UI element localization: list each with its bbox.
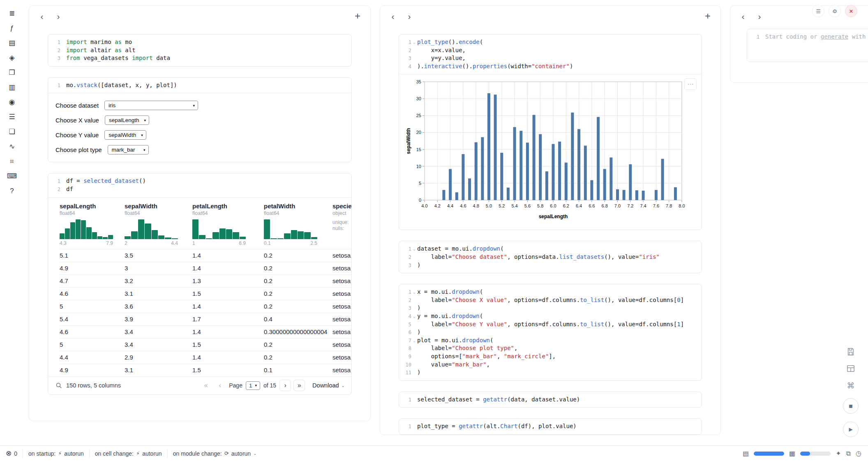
chart-menu-button[interactable]: ⋯	[684, 78, 697, 90]
column-header[interactable]: petalWidthfloat640.12.5	[264, 203, 332, 249]
table-row[interactable]: 4.73.21.30.2setosa	[60, 274, 351, 287]
xy-plot-dropdowns-cell[interactable]: 1⌄x = mo.ui.dropdown(2 label="Choose X v…	[399, 284, 702, 381]
code-line[interactable]: 1df = selected_dataset()	[51, 177, 351, 185]
code-line[interactable]: 9 options=["mark_bar", "mark_circle"],	[402, 353, 702, 361]
table-row[interactable]: 5.13.51.40.2setosa	[60, 249, 351, 262]
plot-expression-cell[interactable]: 1⌄plot_type().encode(2 x=x.value,3 y=y.v…	[399, 34, 702, 230]
on-cell-change-setting[interactable]: on cell change: ⚡ autorun	[95, 450, 162, 457]
fold-chevron-icon[interactable]: ⌄	[411, 245, 417, 253]
code-line[interactable]: 1selected_dataset = getattr(data, datase…	[402, 396, 702, 404]
plot-type-cell[interactable]: 1plot_type = getattr(alt.Chart(df), plot…	[399, 418, 702, 435]
datasources-icon[interactable]: ▤	[7, 38, 18, 48]
code-line[interactable]: 3from vega_datasets import data	[51, 54, 351, 62]
next-page-button[interactable]: ›	[279, 380, 291, 391]
vstack-cell[interactable]: 1mo.vstack([dataset, x, y, plot]) Choose…	[48, 77, 352, 163]
error-count-badge[interactable]: ⊗ 0	[6, 449, 17, 458]
table-row[interactable]: 53.41.50.2setosa	[60, 338, 351, 351]
packages-icon[interactable]: ❒	[7, 67, 18, 78]
first-page-button[interactable]: «	[200, 380, 212, 391]
table-row[interactable]: 4.931.40.2setosa	[60, 262, 351, 274]
column-forward-button[interactable]: ›	[52, 10, 65, 22]
code-line[interactable]: 11)	[402, 369, 702, 377]
files-icon[interactable]: ❏	[7, 127, 18, 137]
code-line[interactable]: 3 y=y.value,	[402, 54, 702, 62]
code-line[interactable]: 1⌄dataset = mo.ui.dropdown(	[402, 245, 702, 253]
code-editor[interactable]: 1selected_dataset = getattr(data, datase…	[399, 392, 702, 408]
column-back-button[interactable]: ‹	[387, 10, 399, 22]
code-line[interactable]: 2import altair as alt	[51, 46, 351, 55]
functions-icon[interactable]: ƒ	[7, 23, 18, 33]
column-header[interactable]: sepalLengthfloat644.37.9	[60, 203, 125, 249]
fold-chevron-icon[interactable]: ⌄	[411, 337, 417, 345]
documentation-icon[interactable]: ▥	[7, 82, 18, 92]
table-row[interactable]: 4.42.91.40.2setosa	[60, 351, 351, 364]
altair-chart[interactable]: 4.04.24.44.64.85.05.25.45.65.86.06.26.46…	[405, 78, 697, 225]
code-editor[interactable]: 1⌄plot_type().encode(2 x=x.value,3 y=y.v…	[399, 35, 702, 74]
table-row[interactable]: 5.43.91.70.4setosa	[60, 313, 351, 325]
code-line[interactable]: 6)	[402, 328, 702, 337]
tracing-icon[interactable]: ∿	[7, 141, 18, 152]
download-button[interactable]: Download⌄	[312, 382, 345, 389]
on-startup-setting[interactable]: on startup: ⚡ autorun	[28, 450, 84, 457]
column-back-button[interactable]: ‹	[36, 10, 48, 22]
code-line[interactable]: 2df	[51, 185, 351, 194]
add-cell-button[interactable]: +	[702, 10, 714, 22]
add-cell-button[interactable]: +	[351, 10, 364, 22]
table-of-contents-icon[interactable]: ≣	[7, 8, 18, 18]
table-row[interactable]: 4.93.11.50.1setosa	[60, 364, 351, 376]
column-header[interactable]: sepalWidthfloat6424.4	[125, 203, 192, 249]
dataset-dropdown-cell[interactable]: 1⌄dataset = mo.ui.dropdown(2 label="Choo…	[399, 241, 702, 273]
code-editor[interactable]: 1mo.vstack([dataset, x, y, plot])	[48, 78, 351, 93]
shutdown-close-icon[interactable]: ✕	[845, 5, 857, 17]
dataframe-cell[interactable]: 1df = selected_dataset()2df sepalLengthf…	[48, 173, 352, 394]
column-back-button[interactable]: ‹	[737, 10, 749, 22]
column-forward-button[interactable]: ›	[753, 10, 766, 22]
code-line[interactable]: 4⌄y = mo.ui.dropdown(	[402, 312, 702, 320]
on-module-change-setting[interactable]: on module change: ⟳ autorun ⌄	[173, 450, 257, 457]
code-line[interactable]: 1⌄x = mo.ui.dropdown(	[402, 288, 702, 296]
fold-chevron-icon[interactable]: ⌄	[411, 288, 417, 296]
menu-icon[interactable]: ☰	[812, 5, 824, 17]
prev-page-button[interactable]: ‹	[214, 380, 226, 391]
column-header[interactable]: speciesobjectunique:nulls:	[332, 203, 351, 249]
ai-assistant-icon[interactable]: ✦	[836, 450, 841, 457]
logs-icon[interactable]: ◉	[7, 97, 18, 107]
code-line[interactable]: 1⌄plot_type().encode(	[402, 38, 702, 46]
code-line[interactable]: 4).interactive().properties(width="conta…	[402, 62, 702, 71]
interrupt-button[interactable]: ◼	[843, 398, 859, 414]
fold-chevron-icon[interactable]: ⌄	[411, 312, 417, 320]
code-editor[interactable]: 1import marimo as mo2import altair as al…	[48, 35, 351, 66]
console-icon[interactable]: ⌗	[7, 156, 18, 166]
code-line[interactable]: 1plot_type = getattr(alt.Chart(df), plot…	[402, 422, 702, 431]
table-row[interactable]: 53.61.40.2setosa	[60, 300, 351, 313]
dependencies-icon[interactable]: ◈	[7, 53, 18, 63]
integrations-icon[interactable]: ⧉	[846, 450, 851, 457]
last-page-button[interactable]: »	[293, 380, 305, 391]
outline-icon[interactable]: ☰	[7, 112, 18, 122]
empty-cell[interactable]: 1 Start coding or generate with AI	[747, 29, 868, 62]
fold-chevron-icon[interactable]: ⌄	[411, 38, 417, 46]
help-icon[interactable]: ?	[7, 186, 18, 196]
page-select[interactable]: 1▾	[246, 381, 260, 390]
column-header[interactable]: petalLengthfloat6416.9	[192, 203, 264, 249]
save-icon[interactable]	[846, 347, 856, 357]
code-line[interactable]: 3)	[402, 304, 702, 312]
code-line[interactable]: 7⌄plot = mo.ui.dropdown(	[402, 337, 702, 345]
code-line[interactable]: 2 label="Choose X value", options=df.col…	[402, 296, 702, 304]
code-line[interactable]: 10 value="mark_bar",	[402, 361, 702, 369]
selected-dataset-cell[interactable]: 1selected_dataset = getattr(data, datase…	[399, 392, 702, 408]
code-line[interactable]: 1import marimo as mo	[51, 38, 351, 46]
code-line[interactable]: 5 label="Choose Y value", options=df.col…	[402, 320, 702, 329]
layout-panels-icon[interactable]	[846, 364, 856, 373]
code-editor[interactable]: 1df = selected_dataset()2df	[48, 173, 351, 197]
dataset-select[interactable]: iris▾	[104, 101, 198, 110]
code-editor[interactable]: 1⌄dataset = mo.ui.dropdown(2 label="Choo…	[399, 241, 702, 273]
table-row[interactable]: 4.63.41.40.30000000000000004setosa	[60, 325, 351, 338]
y-value-select[interactable]: sepalWidth▾	[104, 130, 146, 140]
settings-gear-icon[interactable]: ⚙	[829, 5, 841, 17]
search-icon[interactable]	[55, 382, 62, 389]
keyboard-shortcuts-icon[interactable]: ⌘	[846, 380, 856, 390]
code-line[interactable]: 1mo.vstack([dataset, x, y, plot])	[51, 81, 351, 90]
run-all-button[interactable]: ▶	[843, 422, 859, 437]
code-line[interactable]: 2 x=x.value,	[402, 46, 702, 55]
